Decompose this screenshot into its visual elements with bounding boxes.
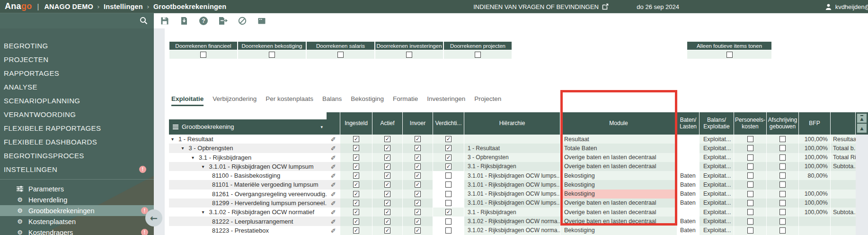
search-icon[interactable] [140,17,148,25]
pencil-icon[interactable]: ✎ [330,200,337,206]
sidebar-subitem-kostenplaatsen[interactable]: ⚙Kostenplaatsen [0,216,154,227]
verdichting-checkbox[interactable] [445,154,452,161]
invoer-checkbox[interactable] [415,136,421,142]
module-cell[interactable]: Bekostiging [560,190,677,199]
module-cell[interactable]: Overige baten en lasten decentraal [560,199,677,208]
module-cell[interactable]: Bekostiging [560,180,677,189]
invoer-checkbox[interactable] [415,154,421,161]
edit-cell[interactable]: ✎ [327,153,340,162]
module-cell[interactable]: Resultaat [560,135,677,144]
sidebar-subitem-parameters[interactable]: Parameters [0,183,154,194]
expand-arrow-icon[interactable]: ▾ [182,145,189,151]
actief-checkbox[interactable] [384,136,390,142]
pencil-icon[interactable]: ✎ [330,228,337,233]
column-header-module[interactable]: Module [560,112,677,135]
sidebar-item-flexibele-dashboards[interactable]: FLEXIBELE DASHBOARDS [0,135,154,149]
afschrijving-checkbox[interactable] [779,218,786,225]
filter-checkbox-doorrekenen-bekostiging[interactable] [269,52,275,58]
afschrijving-checkbox[interactable] [779,172,786,179]
edit-cell[interactable]: ✎ [327,144,340,153]
invoer-checkbox[interactable] [415,209,421,215]
expand-arrow-icon[interactable]: ▾ [192,155,199,160]
actief-checkbox[interactable] [384,191,390,197]
ingesteld-checkbox[interactable] [353,209,359,215]
afschrijving-checkbox[interactable] [779,181,786,188]
sidebar-item-projecten[interactable]: PROJECTEN [0,53,154,66]
sidebar-item-verantwoording[interactable]: VERANTWOORDING [0,108,154,121]
pencil-icon[interactable]: ✎ [330,182,337,188]
column-header-invoer[interactable]: Invoer [403,112,433,135]
tab-formatie[interactable]: Formatie [393,95,418,106]
edit-cell[interactable]: ✎ [327,135,340,144]
baten-lasten-cell[interactable]: Baten [677,171,700,180]
column-header-ingesteld[interactable]: Ingesteld [340,112,372,135]
scroll-up-button[interactable]: ▲ [857,124,867,133]
invoer-checkbox[interactable] [415,227,421,234]
ingesteld-checkbox[interactable] [353,163,359,170]
balans-exploitatie-cell[interactable]: Exploitat... [700,153,734,162]
expand-arrow-icon[interactable]: ▾ [202,209,209,215]
edit-cell[interactable]: ✎ [327,217,340,226]
column-header-afschrijving-gebouwen[interactable]: Afschrijvinggebouwen [767,112,799,135]
edit-cell[interactable]: ✎ [327,180,340,189]
tab-balans[interactable]: Balans [322,95,342,106]
ingesteld-checkbox[interactable] [353,181,359,188]
verdichting-checkbox[interactable] [445,136,452,142]
alleen-foutieve-checkbox[interactable] [726,52,733,58]
baten-lasten-cell[interactable]: Baten [677,199,700,208]
column-header-personeelskosten[interactable]: Personeels-kosten [734,112,767,135]
tree-cell[interactable]: 81101 - Materiële vergoeding lumpsum [169,180,327,189]
column-header-balans-exploitatie[interactable]: Balans/Exploitatie [700,112,734,135]
sidebar-subitem-grootboekrekeningen[interactable]: ⚙Grootboekrekeningen! [0,205,154,216]
ingesteld-checkbox[interactable] [353,227,359,234]
personeelskosten-checkbox[interactable] [747,218,753,225]
invoer-checkbox[interactable] [415,172,421,179]
save-icon[interactable] [159,15,170,27]
afschrijving-checkbox[interactable] [779,191,786,197]
edit-cell[interactable]: ✎ [327,162,340,171]
balans-exploitatie-cell[interactable]: Exploitat... [700,190,734,199]
actief-checkbox[interactable] [384,163,390,170]
invoer-checkbox[interactable] [415,145,421,151]
module-cell[interactable]: Bekostiging [560,171,677,180]
edit-cell[interactable]: ✎ [327,226,340,235]
breadcrumb-root[interactable]: ANAGO DEMO [44,3,93,10]
personeelskosten-checkbox[interactable] [747,227,753,234]
afschrijving-checkbox[interactable] [779,136,786,142]
baten-lasten-cell[interactable] [677,208,700,217]
column-header-hierarchie[interactable]: Hiërarchie [464,112,560,135]
menu-icon[interactable] [173,125,178,129]
invoer-checkbox[interactable] [415,200,421,206]
anago-logo[interactable]: Anago [5,1,32,11]
personeelskosten-checkbox[interactable] [747,209,753,215]
actief-checkbox[interactable] [384,209,390,215]
verdichting-checkbox[interactable] [445,200,452,206]
sidebar-item-instellingen[interactable]: INSTELLINGEN! [0,163,154,176]
sidebar-collapse-button[interactable]: ← [145,209,162,226]
sidebar-item-rapportages[interactable]: RAPPORTAGES [0,66,154,80]
baten-lasten-cell[interactable]: Baten [677,217,700,226]
afschrijving-checkbox[interactable] [779,227,786,234]
baten-lasten-cell[interactable]: Baten [677,190,700,199]
module-cell[interactable]: Overige baten en lasten decentraal [560,208,677,217]
verdichting-checkbox[interactable] [445,172,452,179]
edit-cell[interactable]: ✎ [327,171,340,180]
feedback-link[interactable]: INDIENEN VAN VRAGEN OF BEVINDINGEN [473,0,609,13]
edit-cell[interactable]: ✎ [327,190,340,199]
tab-projecten[interactable]: Projecten [474,95,501,106]
balans-exploitatie-cell[interactable]: Exploitat... [700,135,734,144]
chevron-down-icon[interactable]: ▾ [320,125,323,129]
baten-lasten-cell[interactable] [677,162,700,171]
tree-cell[interactable]: 81223 - Prestatiebox [169,226,327,235]
expand-arrow-icon[interactable]: ▾ [171,136,178,142]
baten-lasten-cell[interactable] [677,144,700,153]
afschrijving-checkbox[interactable] [779,145,786,151]
ingesteld-checkbox[interactable] [353,154,359,161]
verdichting-checkbox[interactable] [445,145,452,151]
column-header-grootboekrekening[interactable]: Grootboekrekening ▾ [169,112,327,135]
invoer-checkbox[interactable] [415,181,421,188]
baten-lasten-cell[interactable]: Baten [677,226,700,235]
sidebar-subitem-kostendragers[interactable]: ⚙Kostendragers! [0,227,154,235]
verdichting-checkbox[interactable] [445,209,452,215]
tab-verbijzondering[interactable]: Verbijzondering [213,95,257,106]
